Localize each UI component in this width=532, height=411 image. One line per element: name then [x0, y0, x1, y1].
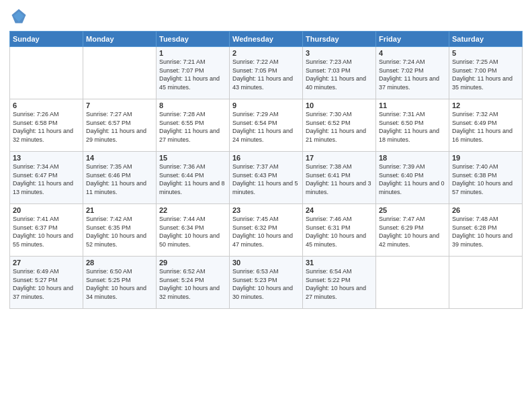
calendar-cell: 18Sunrise: 7:39 AM Sunset: 6:40 PM Dayli… — [376, 152, 449, 204]
day-header-wednesday: Wednesday — [230, 32, 303, 47]
calendar-cell: 1Sunrise: 7:21 AM Sunset: 7:07 PM Daylig… — [157, 47, 230, 99]
day-info: Sunrise: 7:24 AM Sunset: 7:02 PM Dayligh… — [379, 58, 446, 91]
day-number: 2 — [232, 49, 300, 57]
calendar-cell: 20Sunrise: 7:41 AM Sunset: 6:37 PM Dayli… — [10, 204, 83, 257]
day-info: Sunrise: 7:34 AM Sunset: 6:47 PM Dayligh… — [13, 163, 80, 196]
day-number: 29 — [159, 259, 226, 267]
calendar-cell: 29Sunrise: 6:52 AM Sunset: 5:24 PM Dayli… — [157, 257, 230, 309]
day-number: 27 — [13, 259, 80, 267]
day-info: Sunrise: 7:28 AM Sunset: 6:55 PM Dayligh… — [159, 110, 226, 144]
day-number: 31 — [306, 259, 373, 267]
calendar-cell: 13Sunrise: 7:34 AM Sunset: 6:47 PM Dayli… — [10, 152, 83, 204]
calendar-cell: 6Sunrise: 7:26 AM Sunset: 6:58 PM Daylig… — [10, 99, 83, 152]
day-number: 15 — [159, 154, 226, 162]
calendar-cell: 11Sunrise: 7:31 AM Sunset: 6:50 PM Dayli… — [376, 99, 449, 152]
day-header-thursday: Thursday — [303, 32, 376, 47]
calendar-cell: 5Sunrise: 7:25 AM Sunset: 7:00 PM Daylig… — [449, 47, 523, 99]
day-info: Sunrise: 7:47 AM Sunset: 6:29 PM Dayligh… — [379, 215, 446, 248]
day-header-monday: Monday — [83, 32, 157, 47]
calendar-cell: 24Sunrise: 7:46 AM Sunset: 6:31 PM Dayli… — [303, 204, 376, 257]
day-info: Sunrise: 6:49 AM Sunset: 5:27 PM Dayligh… — [13, 267, 80, 301]
day-header-friday: Friday — [376, 32, 449, 47]
day-number: 11 — [379, 101, 446, 109]
calendar-cell: 10Sunrise: 7:30 AM Sunset: 6:52 PM Dayli… — [303, 99, 376, 152]
day-info: Sunrise: 7:45 AM Sunset: 6:32 PM Dayligh… — [232, 215, 300, 248]
calendar-cell: 8Sunrise: 7:28 AM Sunset: 6:55 PM Daylig… — [157, 99, 230, 152]
day-info: Sunrise: 7:44 AM Sunset: 6:34 PM Dayligh… — [159, 215, 226, 248]
day-info: Sunrise: 7:42 AM Sunset: 6:35 PM Dayligh… — [86, 215, 153, 248]
day-number: 8 — [159, 101, 226, 109]
week-row-4: 27Sunrise: 6:49 AM Sunset: 5:27 PM Dayli… — [10, 257, 523, 309]
day-header-sunday: Sunday — [10, 32, 83, 47]
day-number: 1 — [159, 49, 226, 57]
header — [9, 7, 523, 26]
day-number: 26 — [452, 206, 519, 214]
calendar-cell: 15Sunrise: 7:36 AM Sunset: 6:44 PM Dayli… — [157, 152, 230, 204]
calendar-table: SundayMondayTuesdayWednesdayThursdayFrid… — [9, 31, 523, 309]
day-number: 10 — [306, 101, 373, 109]
calendar-cell: 9Sunrise: 7:29 AM Sunset: 6:54 PM Daylig… — [230, 99, 303, 152]
calendar-cell: 12Sunrise: 7:32 AM Sunset: 6:49 PM Dayli… — [449, 99, 523, 152]
day-number: 6 — [13, 101, 80, 109]
calendar-cell — [449, 257, 523, 309]
day-number: 23 — [232, 206, 300, 214]
day-info: Sunrise: 7:37 AM Sunset: 6:43 PM Dayligh… — [232, 163, 300, 196]
day-number: 4 — [379, 49, 446, 57]
day-number: 12 — [452, 101, 519, 109]
calendar-cell: 16Sunrise: 7:37 AM Sunset: 6:43 PM Dayli… — [230, 152, 303, 204]
day-header-tuesday: Tuesday — [157, 32, 230, 47]
day-info: Sunrise: 7:38 AM Sunset: 6:41 PM Dayligh… — [306, 163, 373, 196]
day-info: Sunrise: 6:53 AM Sunset: 5:23 PM Dayligh… — [232, 267, 300, 301]
calendar-cell: 14Sunrise: 7:35 AM Sunset: 6:46 PM Dayli… — [83, 152, 157, 204]
calendar-cell: 17Sunrise: 7:38 AM Sunset: 6:41 PM Dayli… — [303, 152, 376, 204]
day-number: 13 — [13, 154, 80, 162]
day-info: Sunrise: 6:54 AM Sunset: 5:22 PM Dayligh… — [306, 267, 373, 301]
calendar-cell: 31Sunrise: 6:54 AM Sunset: 5:22 PM Dayli… — [303, 257, 376, 309]
day-number: 19 — [452, 154, 519, 162]
day-number: 28 — [86, 259, 153, 267]
day-info: Sunrise: 7:27 AM Sunset: 6:57 PM Dayligh… — [86, 110, 153, 144]
day-number: 14 — [86, 154, 153, 162]
day-info: Sunrise: 7:25 AM Sunset: 7:00 PM Dayligh… — [452, 58, 519, 91]
day-number: 20 — [13, 206, 80, 214]
week-row-3: 20Sunrise: 7:41 AM Sunset: 6:37 PM Dayli… — [10, 204, 523, 257]
calendar-cell: 2Sunrise: 7:22 AM Sunset: 7:05 PM Daylig… — [230, 47, 303, 99]
week-row-2: 13Sunrise: 7:34 AM Sunset: 6:47 PM Dayli… — [10, 152, 523, 204]
day-number: 30 — [232, 259, 300, 267]
logo-icon — [9, 7, 28, 26]
day-info: Sunrise: 7:40 AM Sunset: 6:38 PM Dayligh… — [452, 163, 519, 196]
calendar-cell: 23Sunrise: 7:45 AM Sunset: 6:32 PM Dayli… — [230, 204, 303, 257]
calendar-container: SundayMondayTuesdayWednesdayThursdayFrid… — [0, 0, 532, 411]
calendar-cell: 30Sunrise: 6:53 AM Sunset: 5:23 PM Dayli… — [230, 257, 303, 309]
day-info: Sunrise: 7:46 AM Sunset: 6:31 PM Dayligh… — [306, 215, 373, 248]
day-number: 7 — [86, 101, 153, 109]
day-info: Sunrise: 7:32 AM Sunset: 6:49 PM Dayligh… — [452, 110, 519, 144]
day-info: Sunrise: 7:23 AM Sunset: 7:03 PM Dayligh… — [306, 58, 373, 91]
week-row-0: 1Sunrise: 7:21 AM Sunset: 7:07 PM Daylig… — [10, 47, 523, 99]
day-info: Sunrise: 6:50 AM Sunset: 5:25 PM Dayligh… — [86, 267, 153, 301]
calendar-cell: 21Sunrise: 7:42 AM Sunset: 6:35 PM Dayli… — [83, 204, 157, 257]
calendar-cell: 4Sunrise: 7:24 AM Sunset: 7:02 PM Daylig… — [376, 47, 449, 99]
day-number: 3 — [306, 49, 373, 57]
day-info: Sunrise: 6:52 AM Sunset: 5:24 PM Dayligh… — [159, 267, 226, 301]
day-info: Sunrise: 7:22 AM Sunset: 7:05 PM Dayligh… — [232, 58, 300, 91]
calendar-cell: 25Sunrise: 7:47 AM Sunset: 6:29 PM Dayli… — [376, 204, 449, 257]
day-info: Sunrise: 7:48 AM Sunset: 6:28 PM Dayligh… — [452, 215, 519, 248]
day-number: 5 — [452, 49, 519, 57]
day-number: 22 — [159, 206, 226, 214]
day-number: 17 — [306, 154, 373, 162]
day-info: Sunrise: 7:35 AM Sunset: 6:46 PM Dayligh… — [86, 163, 153, 196]
day-info: Sunrise: 7:39 AM Sunset: 6:40 PM Dayligh… — [379, 163, 446, 196]
day-info: Sunrise: 7:41 AM Sunset: 6:37 PM Dayligh… — [13, 215, 80, 248]
calendar-cell: 19Sunrise: 7:40 AM Sunset: 6:38 PM Dayli… — [449, 152, 523, 204]
header-row: SundayMondayTuesdayWednesdayThursdayFrid… — [10, 32, 523, 47]
day-number: 21 — [86, 206, 153, 214]
calendar-cell: 3Sunrise: 7:23 AM Sunset: 7:03 PM Daylig… — [303, 47, 376, 99]
day-info: Sunrise: 7:26 AM Sunset: 6:58 PM Dayligh… — [13, 110, 80, 144]
day-number: 16 — [232, 154, 300, 162]
day-info: Sunrise: 7:31 AM Sunset: 6:50 PM Dayligh… — [379, 110, 446, 144]
day-number: 25 — [379, 206, 446, 214]
day-info: Sunrise: 7:30 AM Sunset: 6:52 PM Dayligh… — [306, 110, 373, 144]
calendar-cell: 7Sunrise: 7:27 AM Sunset: 6:57 PM Daylig… — [83, 99, 157, 152]
logo — [9, 7, 30, 26]
